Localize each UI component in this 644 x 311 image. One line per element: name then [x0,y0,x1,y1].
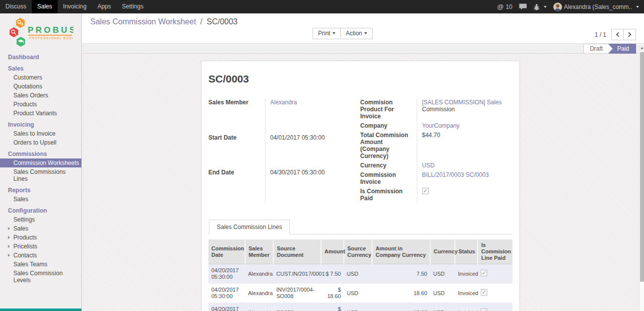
sidebar-item-config-sales[interactable]: Sales [0,224,81,233]
menu-sales[interactable]: Sales [32,0,58,13]
field-value-end-date: 04/30/2017 05:30:00 [265,168,357,203]
breadcrumb-current: SC/0003 [206,17,237,26]
col-source-document[interactable]: Source Document [273,239,321,264]
sidebar-item-customers[interactable]: Customers [0,73,81,82]
record-title: SC/0003 [208,73,513,85]
field-groups: Sales Member Alexandra Start Date 04/01/… [208,98,513,203]
status-draft[interactable]: Draft [583,44,608,54]
svg-text:PROBUSE: PROBUSE [28,25,73,35]
sidebar-item-product-variants[interactable]: Product Variants [0,109,81,118]
col-is-commission-line-paid[interactable]: Is Commision Line Paid [478,239,513,264]
sidebar-section-commissions[interactable]: Commissions [0,150,81,158]
sidebar-item-config-products[interactable]: Products [0,233,81,242]
menu-apps[interactable]: Apps [92,0,116,13]
chat-bubble-icon [519,3,527,10]
line-paid-checkbox[interactable] [481,270,487,276]
vertical-scrollbar[interactable] [639,44,644,311]
expand-arrow-icon [8,227,10,230]
pager-counter: 1 / 1 [595,31,606,38]
table-row[interactable]: 04/20/2017 10:35:53 Alexandra SO008 $ 18… [208,303,513,311]
sidebar-section-configuration[interactable]: Configuration [0,206,81,215]
toolbar-buttons: Print Action [313,28,373,39]
sidebar-item-commission-worksheets[interactable]: Commission Worksheets [0,158,81,167]
commission-lines-table: Commission Date Sales Member Source Docu… [208,239,513,311]
app-menu: Discuss Sales Invoicing Apps Settings [0,0,149,13]
table-header-row: Commission Date Sales Member Source Docu… [208,239,513,264]
table-row[interactable]: 04/20/2017 05:30:00 Alexandra INV/2017/0… [208,284,513,303]
messages-button[interactable] [519,3,527,10]
sidebar-item-sales-commission-levels[interactable]: Sales Commission Levels [0,269,81,285]
field-value-sales-member[interactable]: Alexandra [270,99,297,106]
menu-settings[interactable]: Settings [117,0,149,13]
sidebar-item-config-contacts[interactable]: Contacts [0,251,81,260]
chevron-down-icon [364,32,367,34]
col-source-currency[interactable]: Source Currency [344,239,372,264]
field-label-total-commission-amount: Total Commision Amount (Company Currency… [360,131,417,161]
debug-menu-button[interactable] [533,3,547,10]
sidebar-section-invoicing[interactable]: Invoicing [0,120,81,129]
field-label-end-date: End Date [208,168,265,203]
col-amount-company-currency[interactable]: Amount in Company Currency [372,239,430,264]
sidebar-section-sales[interactable]: Sales [0,64,81,73]
pager-next-button[interactable] [624,29,636,40]
expand-arrow-icon [8,245,10,248]
col-status[interactable]: Status [455,239,478,264]
scrollbar-thumb[interactable] [640,52,644,282]
is-commission-paid-checkbox[interactable] [422,188,429,194]
field-label-currency: Currency [360,161,417,170]
sidebar-item-dashboard[interactable]: Dashboard [0,53,81,62]
chevron-left-icon [616,32,621,37]
col-amount[interactable]: Amount [321,239,344,264]
form-view-background: SC/0003 Sales Member Alexandra Start Dat… [82,54,639,311]
mention-counter[interactable]: 10 [497,3,513,10]
print-button[interactable]: Print [313,28,341,39]
sidebar-item-orders-to-upsell[interactable]: Orders to Upsell [0,138,81,147]
action-button[interactable]: Action [341,28,373,39]
user-menu[interactable]: Alexandra (Sales_comm.. [553,2,639,11]
sidebar-item-settings[interactable]: Settings [0,215,81,224]
field-value-commission-invoice[interactable]: BILL/2017/0003 SC/0003 [422,171,489,178]
breadcrumb: Sales Commission Worksheet / SC/0003 [90,17,238,26]
field-label-is-commission-paid: Is Commission Paid [360,187,417,203]
field-value-total-commission-amount: $44.70 [417,131,513,161]
field-label-start-date: Start Date [208,133,265,168]
field-value-company[interactable]: YourCompany [422,122,460,129]
sidebar-item-sales-teams[interactable]: Sales Teams [0,260,81,269]
systray: 10 Al [497,0,644,13]
form-status-strip: Draft Paid [82,44,644,54]
line-paid-checkbox[interactable] [481,289,487,296]
tab-row: Sales Commission Lines [208,219,513,234]
table-row[interactable]: 04/20/2017 05:30:00 Alexandra CUST.IN/20… [208,264,513,284]
sidebar-item-quotations[interactable]: Quotations [0,82,81,91]
col-sales-member[interactable]: Sales Member [245,239,273,264]
expand-arrow-icon [8,254,10,257]
field-label-commission-invoice: Commission Invoice [360,170,417,187]
sidebar-item-config-pricelists[interactable]: Pricelists [0,242,81,251]
field-value-currency[interactable]: USD [422,162,435,169]
field-group-right: Commision Product For Invoice [SALES COM… [360,98,513,203]
field-label-commission-product: Commision Product For Invoice [360,98,417,121]
sidebar-item-sales-orders[interactable]: Sales Orders [0,91,81,100]
menu-discuss[interactable]: Discuss [0,0,32,13]
avatar [553,2,562,11]
pager-previous-button[interactable] [611,29,624,40]
field-value-commission-product[interactable]: [SALES COMMISSION] Sales [422,99,502,106]
statusbar: Draft Paid [583,44,636,54]
sidebar-item-reports-sales[interactable]: Sales [0,195,81,204]
chevron-down-icon [332,32,335,34]
pager: 1 / 1 [595,29,636,40]
at-mention-icon [497,3,504,10]
field-label-company: Company [360,121,417,131]
breadcrumb-parent-link[interactable]: Sales Commission Worksheet [90,17,196,26]
tab-sales-commission-lines[interactable]: Sales Commission Lines [209,220,290,234]
sidebar-item-sales-to-invoice[interactable]: Sales to Invoice [0,129,81,138]
sidebar-section-reports[interactable]: Reports [0,186,81,195]
sidebar-item-sales-commissions-lines[interactable]: Sales Commissions Lines [0,167,81,183]
sidebar-item-products[interactable]: Products [0,100,81,109]
col-currency[interactable]: Currency [430,239,455,264]
menu-invoicing[interactable]: Invoicing [58,0,92,13]
scroll-up-button[interactable] [640,44,644,52]
form-sheet: SC/0003 Sales Member Alexandra Start Dat… [201,61,520,311]
line-paid-checkbox[interactable] [481,309,487,311]
col-commission-date[interactable]: Commission Date [208,239,245,264]
